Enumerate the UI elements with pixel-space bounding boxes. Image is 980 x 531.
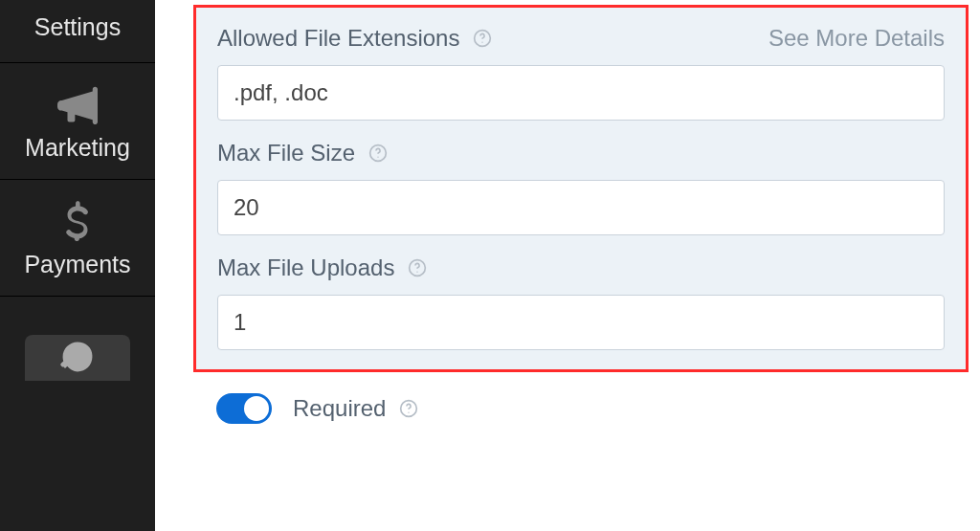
help-icon[interactable] [399,399,418,418]
allowed-extensions-field: Allowed File Extensions See More Details [217,25,945,121]
allowed-extensions-input[interactable] [217,65,945,121]
sidebar-item-label: Marketing [25,134,130,162]
toggle-knob [244,396,269,421]
history-icon [59,339,96,379]
sidebar-item-settings[interactable]: Settings [0,0,155,63]
file-settings-panel: Allowed File Extensions See More Details… [193,5,969,372]
help-icon[interactable] [473,29,492,48]
svg-point-7 [409,412,410,413]
max-file-size-label: Max File Size [217,140,355,166]
revisions-pill [25,335,130,381]
max-file-uploads-label: Max File Uploads [217,254,394,281]
required-row: Required [193,372,980,424]
sidebar: Settings Marketing Payments [0,0,155,531]
allowed-extensions-label: Allowed File Extensions [217,25,459,52]
dollar-icon [57,197,98,245]
label-row: Max File Uploads [217,254,945,281]
main-content: Allowed File Extensions See More Details… [155,0,980,531]
svg-point-1 [482,42,483,43]
bullhorn-icon [57,80,98,128]
max-file-uploads-input[interactable] [217,295,945,350]
help-icon[interactable] [368,144,388,163]
sidebar-item-marketing[interactable]: Marketing [0,63,155,180]
svg-point-3 [377,157,378,158]
help-icon[interactable] [408,258,427,277]
max-file-uploads-field: Max File Uploads [217,254,945,350]
svg-point-5 [417,272,418,273]
sidebar-item-payments[interactable]: Payments [0,180,155,297]
sidebar-item-label: Payments [24,251,130,278]
label-row: Max File Size [217,140,945,166]
see-more-details-link[interactable]: See More Details [768,25,945,52]
max-file-size-input[interactable] [217,180,945,235]
required-label: Required [293,395,386,422]
max-file-size-field: Max File Size [217,140,945,235]
sidebar-item-revisions[interactable] [0,297,155,398]
sidebar-item-label: Settings [34,13,121,41]
required-toggle[interactable] [216,393,272,424]
label-row: Allowed File Extensions See More Details [217,25,945,52]
